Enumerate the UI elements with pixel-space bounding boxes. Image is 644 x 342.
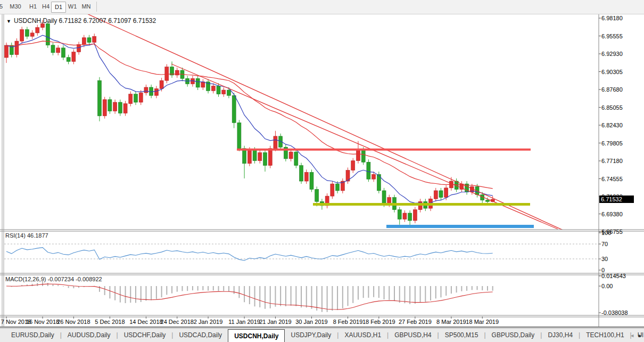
svg-text:30 Jan 2019: 30 Jan 2019 — [295, 319, 328, 325]
candle — [253, 150, 257, 160]
candle — [113, 102, 117, 111]
candle — [46, 24, 49, 45]
candle — [222, 90, 226, 94]
svg-text:24 Dec 2018: 24 Dec 2018 — [161, 319, 194, 325]
svg-text:14 Dec 2018: 14 Dec 2018 — [129, 319, 162, 325]
svg-text:6.85055: 6.85055 — [601, 104, 623, 111]
candle — [20, 29, 24, 41]
candle — [356, 150, 360, 160]
svg-text:6.69380: 6.69380 — [601, 211, 623, 217]
tab-gbpusd-daily[interactable]: GBPUSD,Daily — [486, 329, 541, 342]
tab-xauusd-h1[interactable]: XAUUSD,H1 — [338, 329, 387, 342]
svg-text:0.014543: 0.014543 — [601, 273, 626, 279]
candle — [72, 52, 76, 62]
candle — [51, 45, 55, 53]
svg-text:70: 70 — [601, 241, 608, 247]
candle — [434, 191, 437, 199]
candle — [160, 80, 163, 88]
svg-text:8 Mar 2019: 8 Mar 2019 — [436, 319, 466, 325]
tab-usdcad-daily[interactable]: USDCAD,Daily — [173, 329, 228, 342]
svg-text:18 Feb 2019: 18 Feb 2019 — [362, 319, 395, 325]
candle — [294, 152, 298, 166]
timeframe-button-5[interactable]: 5 — [0, 2, 4, 12]
svg-text:0.00: 0.00 — [601, 283, 613, 289]
candle — [217, 86, 220, 94]
svg-text:6.77180: 6.77180 — [601, 158, 623, 164]
chart-tab-bar: EURUSD,Daily|AUDUSD,Daily|USDCHF,Daily|U… — [0, 328, 644, 342]
candle — [367, 162, 370, 179]
candle — [485, 200, 489, 202]
candle — [247, 150, 251, 164]
svg-text:27 Feb 2019: 27 Feb 2019 — [399, 319, 432, 325]
candle — [87, 38, 91, 43]
candle — [175, 70, 179, 75]
candle — [237, 123, 241, 148]
candle — [134, 94, 138, 102]
candle — [439, 191, 443, 198]
tab-sp500-m15[interactable]: SP500,M15 — [439, 329, 484, 342]
current-price-tag: 6.71532 — [599, 196, 634, 203]
candle — [382, 191, 386, 205]
candle — [93, 36, 96, 42]
candle — [274, 136, 277, 149]
candle — [310, 172, 313, 189]
candle — [15, 41, 19, 55]
candle — [201, 82, 205, 87]
svg-text:6.87680: 6.87680 — [601, 86, 623, 93]
candle — [403, 213, 407, 219]
candle — [289, 152, 293, 159]
svg-text:26 Nov 2018: 26 Nov 2018 — [57, 319, 90, 325]
tab-gbpusd-h4[interactable]: GBPUSD,H4 — [389, 329, 437, 342]
tab-eurusd-daily[interactable]: EURUSD,Daily — [5, 329, 60, 342]
candle — [372, 174, 376, 179]
candle — [118, 102, 122, 113]
tab-usdjpy-daily[interactable]: USDJPY,Daily — [285, 329, 337, 342]
terminal-window: 6.981806.955556.929306.903056.876806.850… — [0, 0, 644, 342]
candle — [336, 184, 340, 191]
chart-title: ▼USDCNH,Daily 6.71182 6.72007 6.71097 6.… — [6, 17, 156, 25]
timeframe-button-d1[interactable]: D1 — [51, 2, 66, 13]
svg-text:6.90305: 6.90305 — [601, 69, 623, 75]
timeframe-toolbar: 5M30H1H4D1W1MN — [0, 0, 644, 14]
candle — [77, 45, 81, 52]
svg-text:6.74555: 6.74555 — [601, 176, 623, 182]
candle — [196, 78, 200, 87]
timeframe-button-h1[interactable]: H1 — [26, 2, 40, 12]
candle — [263, 152, 267, 165]
candle — [408, 213, 412, 221]
tab-dj30-h4[interactable]: DJ30,H4 — [542, 329, 579, 342]
svg-text:-0.038038: -0.038038 — [601, 310, 628, 316]
candle — [5, 45, 9, 58]
candle — [25, 29, 29, 36]
timeframe-button-w1[interactable]: W1 — [65, 2, 79, 12]
candle — [304, 172, 308, 181]
tab-usdchf-daily[interactable]: USDCHF,Daily — [118, 329, 172, 342]
candle — [243, 149, 246, 164]
candle — [103, 100, 106, 116]
candle — [144, 87, 148, 93]
svg-text:6.92930: 6.92930 — [601, 51, 623, 57]
tab-scroll-left-icon[interactable]: ◄ — [630, 333, 634, 338]
candle — [315, 189, 319, 201]
candle — [268, 149, 272, 166]
tab-tech100-h1[interactable]: TECH100,H1 — [580, 329, 630, 342]
svg-text:16 Nov 2018: 16 Nov 2018 — [26, 319, 59, 325]
collapse-arrow-icon[interactable]: ▼ — [6, 19, 11, 24]
rsi-indicator-label: RSI(14) 46.1877 — [5, 232, 48, 239]
candle — [211, 86, 215, 91]
candle — [331, 184, 334, 196]
candle — [444, 188, 448, 198]
candle — [165, 67, 169, 81]
macd-indicator-label: MACD(12,26,9) -0.007234 -0.008922 — [5, 276, 102, 282]
chart-canvas[interactable]: 6.981806.955556.929306.903056.876806.850… — [0, 0, 644, 342]
svg-text:6.79805: 6.79805 — [601, 140, 623, 146]
tab-scroll-right-icon[interactable]: ► — [638, 333, 642, 338]
candle — [232, 95, 236, 123]
timeframe-button-mn[interactable]: MN — [79, 2, 94, 12]
candle — [36, 28, 39, 33]
toolbar-separator — [96, 2, 97, 12]
candle — [129, 94, 133, 104]
tab-usdcnh-daily[interactable]: USDCNH,Daily — [228, 329, 285, 342]
tab-audusd-daily[interactable]: AUDUSD,Daily — [62, 329, 117, 342]
timeframe-button-m30[interactable]: M30 — [6, 2, 24, 12]
